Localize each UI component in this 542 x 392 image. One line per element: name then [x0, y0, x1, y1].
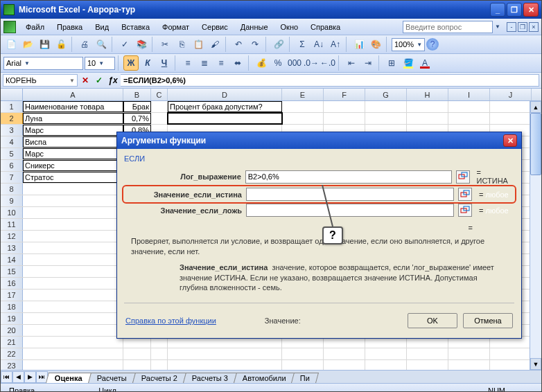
cell-F1[interactable]: [324, 101, 365, 112]
save-button[interactable]: 💾: [37, 37, 52, 52]
font-name-combo[interactable]: Arial▼: [3, 57, 83, 70]
formula-cancel-button[interactable]: ✕: [79, 74, 91, 87]
row-header[interactable]: 4: [1, 136, 23, 148]
ok-button[interactable]: OK: [408, 313, 457, 328]
cell-A4[interactable]: Виспа: [23, 136, 123, 148]
vertical-scrollbar[interactable]: ▲ ▼: [530, 101, 541, 370]
align-left-button[interactable]: ≡: [180, 55, 195, 71]
cell-G1[interactable]: [365, 101, 407, 112]
fill-color-button[interactable]: 🪣: [401, 55, 416, 71]
cut-button[interactable]: ✂: [157, 37, 173, 52]
insert-function-button[interactable]: ƒx: [107, 74, 119, 87]
autosum-button[interactable]: Σ: [295, 37, 310, 52]
col-header-C[interactable]: C: [151, 89, 168, 100]
new-button[interactable]: 📄: [3, 37, 19, 52]
row-header[interactable]: 17: [1, 289, 23, 301]
cell-C22[interactable]: [151, 348, 168, 359]
maximize-button[interactable]: ❐: [507, 3, 522, 17]
function-help-link[interactable]: Справка по этой функции: [125, 317, 216, 325]
row-header[interactable]: 19: [1, 313, 23, 324]
cell-J22[interactable]: [490, 348, 532, 359]
cell-A15[interactable]: [23, 266, 123, 277]
cell-J2[interactable]: [490, 113, 532, 124]
hyperlink-button[interactable]: 🔗: [271, 37, 286, 52]
mdi-minimize[interactable]: -: [507, 22, 516, 32]
cell-A11[interactable]: [23, 219, 123, 230]
font-color-button[interactable]: A: [417, 55, 432, 71]
row-header[interactable]: 5: [1, 148, 23, 159]
sort-asc-button[interactable]: A↓: [311, 37, 326, 52]
row-header[interactable]: 3: [1, 125, 23, 136]
row-header[interactable]: 20: [1, 325, 23, 336]
row-header[interactable]: 12: [1, 231, 23, 242]
row-header[interactable]: 13: [1, 242, 23, 253]
cell-A10[interactable]: [23, 207, 123, 218]
cell-E1[interactable]: [282, 101, 324, 112]
research-button[interactable]: 📚: [134, 37, 149, 52]
close-button[interactable]: ✕: [523, 3, 539, 17]
preview-button[interactable]: 🔍: [94, 37, 109, 52]
arg2-ref-button[interactable]: [458, 188, 472, 201]
row-header[interactable]: 7: [1, 172, 23, 183]
cell-A8[interactable]: [23, 184, 123, 195]
percent-button[interactable]: %: [270, 55, 286, 71]
align-center-button[interactable]: ≣: [197, 55, 212, 71]
dec-indent-button[interactable]: ⇤: [344, 55, 359, 71]
cell-B22[interactable]: [123, 348, 151, 359]
cell-A12[interactable]: [23, 231, 123, 242]
tab-nav-first[interactable]: ⏮: [1, 371, 12, 383]
cell-B1[interactable]: Брак: [123, 101, 151, 112]
cell-A19[interactable]: [23, 313, 123, 324]
dialog-titlebar[interactable]: Аргументы функции ✕: [117, 132, 521, 149]
sheet-tab[interactable]: Расчеты 2: [132, 373, 186, 383]
menu-data[interactable]: Данные: [235, 21, 274, 33]
arg3-input[interactable]: [246, 204, 454, 217]
help-button[interactable]: ?: [426, 38, 439, 51]
font-size-combo[interactable]: 10▼: [85, 57, 115, 70]
permission-button[interactable]: 🔓: [53, 37, 69, 52]
spell-button[interactable]: ✓: [117, 37, 132, 52]
sheet-tab[interactable]: Автомобили: [234, 373, 295, 383]
cell-H2[interactable]: [407, 113, 448, 124]
scroll-thumb[interactable]: [530, 113, 541, 175]
cell-A5[interactable]: Марс: [23, 148, 123, 159]
menu-file[interactable]: Файл: [20, 21, 50, 33]
minimize-button[interactable]: _: [490, 3, 505, 17]
bold-button[interactable]: Ж: [123, 55, 139, 71]
cell-A1[interactable]: Наименование товара: [23, 101, 123, 112]
redo-button[interactable]: ↷: [247, 37, 263, 52]
col-header-E[interactable]: E: [282, 89, 324, 100]
cell-A16[interactable]: [23, 278, 123, 289]
cell-D2[interactable]: [168, 113, 282, 124]
paste-button[interactable]: 📋: [191, 37, 206, 52]
menu-edit[interactable]: Правка: [51, 21, 88, 33]
arg1-ref-button[interactable]: [456, 170, 470, 184]
help-search-input[interactable]: [403, 21, 493, 33]
cell-G2[interactable]: [365, 113, 407, 124]
cell-G22[interactable]: [365, 348, 407, 359]
sheet-tab[interactable]: Расчеты 3: [183, 373, 237, 383]
borders-button[interactable]: ⊞: [384, 55, 399, 71]
cell-A9[interactable]: [23, 195, 123, 206]
cell-A13[interactable]: [23, 242, 123, 253]
cancel-button[interactable]: Отмена: [463, 313, 513, 328]
cell-E2[interactable]: [282, 113, 324, 124]
arg1-input[interactable]: [245, 170, 452, 184]
row-header[interactable]: 11: [1, 219, 23, 230]
chart-button[interactable]: 📊: [351, 37, 367, 52]
cell-A14[interactable]: [23, 254, 123, 265]
row-header[interactable]: 1: [1, 101, 23, 112]
inc-indent-button[interactable]: ⇥: [360, 55, 376, 71]
tab-nav-next[interactable]: ▶: [24, 371, 36, 383]
row-header[interactable]: 2: [1, 113, 23, 124]
inc-decimal-button[interactable]: .0→: [304, 55, 319, 71]
row-header[interactable]: 9: [1, 195, 23, 206]
cell-A2[interactable]: Луна: [23, 113, 123, 124]
menu-tools[interactable]: Сервис: [196, 21, 234, 33]
cell-H1[interactable]: [407, 101, 448, 112]
cell-H22[interactable]: [407, 348, 448, 359]
col-header-A[interactable]: A: [23, 89, 123, 100]
currency-button[interactable]: 💰: [254, 55, 269, 71]
cell-C2[interactable]: [151, 113, 168, 124]
sheet-tab-active[interactable]: Оценка: [46, 373, 91, 383]
